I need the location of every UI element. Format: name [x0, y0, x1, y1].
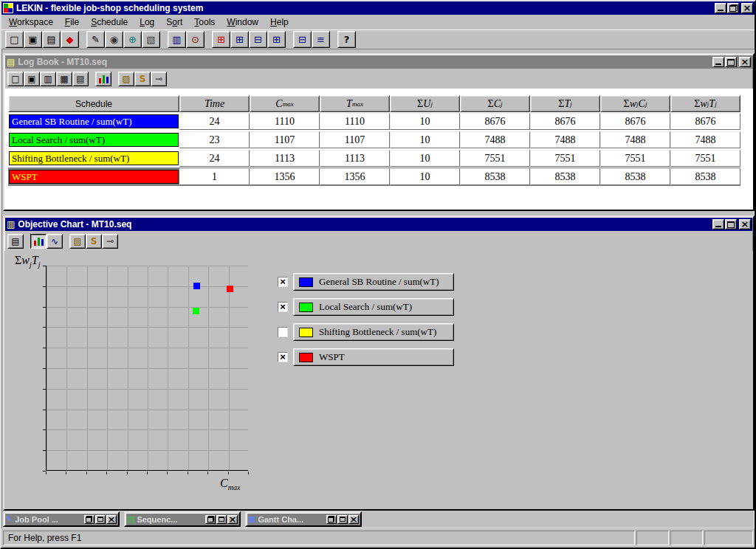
legend-checkbox-1[interactable]: ×	[278, 302, 288, 312]
objectives-icon: ◆	[66, 35, 74, 44]
restore-button[interactable]	[205, 515, 216, 524]
objectives-button[interactable]: ◆	[61, 31, 79, 48]
save-log-button[interactable]: ▦	[56, 72, 72, 86]
column-header-tmax[interactable]: Tmax	[320, 95, 390, 112]
print-log-button[interactable]: ▤	[72, 72, 89, 86]
options-button[interactable]: ▧	[142, 31, 160, 48]
restore-button[interactable]	[84, 515, 94, 524]
logbook-rows: General SB Routine / sum(wT)241110111010…	[8, 112, 740, 186]
key-objective-icon: ⊸	[106, 237, 114, 246]
schedule-name: WSPT	[9, 170, 179, 184]
maximize-icon	[97, 517, 103, 522]
minimized-titlebar[interactable]: ✎Job Pool ...×	[5, 514, 117, 525]
legend-item-1[interactable]: Local Search / sum(wT)	[293, 298, 454, 316]
new-workspace-button[interactable]: □	[5, 31, 24, 48]
column-header-sum-uj[interactable]: ΣUj	[390, 95, 460, 112]
cell-sum-wjcj: 7551	[600, 150, 670, 167]
app-icon[interactable]	[3, 3, 13, 13]
close-button[interactable]: ×	[348, 515, 359, 524]
minimize-button[interactable]	[715, 3, 726, 13]
legend-checkbox-3[interactable]: ×	[278, 352, 288, 362]
close-button[interactable]: ×	[106, 515, 117, 524]
schedule-row-0[interactable]: General SB Routine / sum(wT)241110111010…	[8, 112, 740, 131]
restore-button[interactable]	[326, 515, 337, 524]
key-objective-button[interactable]: ⊸	[102, 234, 118, 249]
menu-workspace[interactable]: Workspace	[3, 15, 59, 30]
close-button[interactable]: ×	[739, 57, 751, 67]
new-log-button[interactable]: □	[7, 72, 24, 86]
web-button[interactable]: ⊕	[123, 31, 142, 48]
maximize-button[interactable]	[216, 515, 227, 524]
menu-log[interactable]: Log	[134, 15, 160, 30]
export-schedule-button[interactable]: ▨	[69, 234, 86, 249]
app-title: LEKIN - flexible job-shop scheduling sys…	[16, 3, 203, 13]
maximize-button[interactable]	[725, 57, 737, 67]
export-schedule-button[interactable]: ▨	[118, 72, 134, 86]
cascade-windows-button[interactable]: ⊟	[293, 31, 312, 48]
minimize-button[interactable]	[712, 219, 724, 229]
print-button[interactable]: ▤	[42, 31, 61, 48]
close-button[interactable]: ×	[741, 3, 753, 13]
logbook-titlebar[interactable]: ▤ Log Book - MT10.seq ×	[5, 55, 752, 69]
cell-cmax: 1113	[250, 150, 320, 167]
color-swatch	[299, 277, 313, 287]
menu-file[interactable]: File	[59, 15, 85, 30]
tools-button[interactable]: ✎	[86, 31, 105, 48]
column-header-sum-wjtj[interactable]: ΣwjTj	[670, 95, 740, 112]
maximize-button[interactable]	[725, 219, 737, 229]
bar-chart-view-button[interactable]	[30, 234, 47, 249]
print-chart-button[interactable]: ▤	[7, 234, 24, 249]
menu-window[interactable]: Window	[221, 15, 264, 30]
legend-item-0[interactable]: General SB Routine / sum(wT)	[293, 273, 454, 291]
close-button[interactable]: ×	[739, 219, 751, 229]
tile-windows-2-button[interactable]: ⊞	[230, 31, 249, 48]
schedule-row-2[interactable]: Shifting Bottleneck / sum(wT)24111311131…	[8, 149, 740, 168]
schedule-row-3[interactable]: WSPT113561356108538853885388538	[8, 168, 740, 186]
open-workspace-button[interactable]: ▣	[24, 31, 42, 48]
column-header-sum-cj[interactable]: ΣCj	[460, 95, 530, 112]
menu-schedule[interactable]: Schedule	[85, 15, 134, 30]
legend-checkbox-2[interactable]	[278, 327, 288, 337]
key-objective-button[interactable]: ⊸	[151, 72, 167, 86]
objective-chart-icon	[99, 75, 109, 83]
maximize-button[interactable]	[95, 515, 106, 524]
minimized-titlebar[interactable]: ▦Gantt Cha...×	[247, 514, 360, 525]
minimize-button[interactable]	[712, 57, 724, 67]
restore-button[interactable]	[727, 3, 739, 13]
legend-item-3[interactable]: WSPT	[293, 348, 454, 366]
machines-button[interactable]: ▥	[168, 31, 186, 48]
app-titlebar[interactable]: LEKIN - flexible job-shop scheduling sys…	[1, 1, 755, 15]
tile-windows-4-button[interactable]: ⊞	[267, 31, 286, 48]
legend-item-2[interactable]: Shifting Bottleneck / sum(wT)	[293, 323, 454, 341]
sum-objective-button[interactable]: S	[86, 234, 102, 249]
add-schedule-button[interactable]: ▥	[40, 72, 56, 86]
legend-checkbox-0[interactable]: ×	[278, 277, 288, 287]
tile-windows-3-button[interactable]: ⊟	[249, 31, 267, 48]
column-header-sum-wjcj[interactable]: ΣwjCj	[600, 95, 670, 112]
open-log-button[interactable]: ▣	[24, 72, 40, 86]
color-swatch	[299, 328, 313, 337]
inspect-button[interactable]: ◉	[105, 31, 123, 48]
window-title: Sequenc...	[137, 515, 177, 524]
menu-tools[interactable]: Tools	[188, 15, 221, 30]
sum-objective-button[interactable]: S	[134, 72, 151, 86]
column-header-cmax[interactable]: Cmax	[250, 95, 320, 112]
chart-titlebar[interactable]: ▥ Objective Chart - MT10.seq ×	[5, 218, 752, 231]
line-chart-view-button[interactable]: ∿	[47, 234, 63, 249]
menu-help[interactable]: Help	[264, 15, 295, 30]
column-header-schedule[interactable]: Schedule	[8, 95, 179, 112]
schedule-time-button[interactable]: ⊙	[186, 31, 205, 48]
column-header-sum-tj[interactable]: ΣTj	[530, 95, 600, 112]
objective-chart-button[interactable]	[95, 72, 111, 86]
minimized-titlebar[interactable]: ▤Sequenc...×	[126, 514, 238, 525]
menu-sort[interactable]: Sort	[160, 15, 188, 30]
close-button[interactable]: ×	[227, 515, 238, 524]
schedule-time-icon: ⊙	[191, 35, 199, 44]
schedule-row-1[interactable]: Local Search / sum(wT)231107110710748874…	[8, 131, 740, 149]
arrange-windows-button[interactable]: ≡	[312, 31, 330, 48]
help-button[interactable]: ?	[337, 31, 356, 48]
column-header-time[interactable]: Time	[179, 95, 250, 112]
options-icon: ▧	[146, 35, 155, 44]
tile-windows-1-button[interactable]: ⊞	[212, 31, 230, 48]
maximize-button[interactable]	[337, 515, 348, 524]
